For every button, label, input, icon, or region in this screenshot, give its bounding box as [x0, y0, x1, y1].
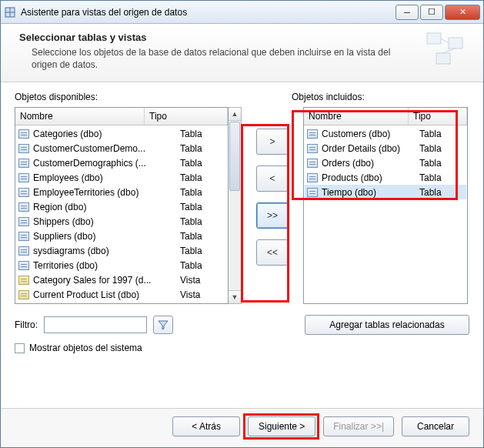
svg-line-7: [443, 48, 455, 53]
list-item[interactable]: CustomerDemographics (...Tabla: [16, 155, 227, 170]
next-button[interactable]: Siguiente >: [248, 416, 315, 436]
wizard-footer: < Atrás Siguiente > Finalizar >>| Cancel…: [1, 408, 483, 447]
transfer-buttons: > < >> <<: [246, 107, 299, 266]
item-type: Tabla: [180, 231, 225, 242]
item-type: Tabla: [180, 143, 225, 154]
available-scrollbar[interactable]: ▲ ▼: [229, 107, 242, 304]
included-header: Nombre Tipo: [304, 108, 467, 125]
list-item[interactable]: Shippers (dbo)Tabla: [16, 214, 227, 229]
item-name: Orders (dbo): [322, 158, 416, 169]
list-item[interactable]: sysdiagrams (dbo)Tabla: [16, 243, 227, 258]
finish-button[interactable]: Finalizar >>|: [323, 416, 394, 436]
table-icon: [18, 159, 29, 168]
list-item[interactable]: Customers (dbo)Tabla: [305, 126, 466, 141]
table-icon: [307, 159, 318, 168]
item-name: Products (dbo): [322, 172, 416, 183]
filter-label: Filtro:: [15, 319, 38, 330]
list-item[interactable]: Suppliers (dbo)Tabla: [16, 229, 227, 243]
window-title: Asistente para vistas del origen de dato…: [21, 7, 394, 18]
available-listbox[interactable]: Nombre Tipo Categories (dbo)TablaCustome…: [15, 107, 229, 304]
item-name: Tiempo (dbo): [322, 187, 416, 198]
list-item[interactable]: Orders (dbo)Tabla: [305, 155, 466, 170]
filter-button[interactable]: [153, 316, 173, 334]
svg-line-6: [441, 38, 449, 43]
list-item[interactable]: CustomerCustomerDemo...Tabla: [16, 141, 227, 155]
list-item[interactable]: Employees (dbo)Tabla: [16, 170, 227, 185]
scroll-up-icon[interactable]: ▲: [229, 108, 241, 121]
maximize-button[interactable]: ☐: [420, 5, 443, 20]
add-button[interactable]: >: [256, 129, 289, 155]
item-type: Tabla: [180, 260, 225, 271]
item-type: Vista: [180, 289, 225, 300]
show-system-label: Mostrar objetos del sistema: [29, 343, 142, 353]
list-item[interactable]: Category Sales for 1997 (d...Vista: [16, 272, 227, 287]
remove-button[interactable]: <: [256, 165, 289, 192]
svg-rect-4: [449, 38, 462, 48]
table-icon: [18, 261, 29, 270]
col-name-header[interactable]: Nombre: [15, 108, 145, 125]
list-item[interactable]: Tiempo (dbo)Tabla: [305, 185, 466, 199]
list-item[interactable]: Region (dbo)Tabla: [16, 199, 227, 214]
item-name: Order Details (dbo): [322, 143, 416, 154]
list-item[interactable]: Current Product List (dbo)Vista: [16, 287, 227, 302]
table-icon: [18, 129, 29, 139]
table-icon: [307, 129, 318, 139]
svg-rect-3: [427, 33, 441, 44]
table-icon: [18, 232, 29, 241]
item-name: Categories (dbo): [33, 129, 158, 139]
item-name: sysdiagrams (dbo): [33, 246, 158, 256]
add-all-button[interactable]: >>: [256, 202, 289, 229]
item-name: Category Sales for 1997 (d...: [33, 275, 158, 286]
page-title: Seleccionar tablas y vistas: [19, 32, 416, 43]
page-description: Seleccione los objetos de la base de dat…: [19, 46, 416, 71]
minimize-button[interactable]: ─: [396, 5, 419, 20]
item-name: CustomerDemographics (...: [33, 158, 158, 169]
item-name: Territories (dbo): [33, 260, 158, 271]
add-related-button[interactable]: Agregar tablas relacionadas: [305, 315, 469, 335]
included-label: Objetos incluidos:: [292, 92, 365, 102]
item-type: Tabla: [180, 246, 225, 256]
list-item[interactable]: EmployeeTerritories (dbo)Tabla: [16, 185, 227, 199]
item-type: Tabla: [180, 158, 225, 169]
table-icon: [18, 217, 29, 226]
item-name: EmployeeTerritories (dbo): [33, 187, 158, 198]
item-name: Employees (dbo): [33, 172, 158, 183]
remove-all-button[interactable]: <<: [256, 239, 289, 266]
view-icon: [18, 276, 29, 285]
item-name: Customers (dbo): [322, 129, 416, 139]
item-type: Tabla: [419, 143, 464, 154]
wizard-header: Seleccionar tablas y vistas Seleccione l…: [1, 24, 483, 82]
titlebar: Asistente para vistas del origen de dato…: [1, 1, 483, 24]
list-item[interactable]: Products (dbo)Tabla: [305, 170, 466, 185]
svg-rect-5: [436, 53, 450, 64]
show-system-checkbox[interactable]: [15, 343, 25, 353]
item-type: Vista: [180, 275, 225, 286]
wizard-content: Objetos disponibles: Objetos incluidos: …: [1, 82, 483, 408]
col-type-header[interactable]: Tipo: [145, 108, 228, 125]
table-icon: [307, 144, 318, 153]
cancel-button[interactable]: Cancelar: [402, 416, 469, 436]
filter-input[interactable]: [44, 316, 147, 333]
view-icon: [18, 290, 29, 299]
back-button[interactable]: < Atrás: [172, 416, 240, 436]
included-listbox[interactable]: Nombre Tipo Customers (dbo)TablaOrder De…: [303, 107, 468, 304]
available-header: Nombre Tipo: [15, 108, 228, 125]
col-name-header[interactable]: Nombre: [304, 108, 409, 125]
list-item[interactable]: Customer and Suppliers b...Vista: [16, 302, 227, 303]
item-name: Suppliers (dbo): [33, 231, 158, 242]
available-label: Objetos disponibles:: [15, 92, 245, 102]
item-name: Current Product List (dbo): [33, 289, 158, 300]
item-name: Shippers (dbo): [33, 216, 158, 227]
list-item[interactable]: Order Details (dbo)Tabla: [305, 141, 466, 155]
list-item[interactable]: Categories (dbo)Tabla: [16, 126, 227, 141]
table-icon: [18, 246, 29, 256]
scroll-down-icon[interactable]: ▼: [229, 290, 241, 303]
close-button[interactable]: ✕: [445, 5, 480, 20]
item-type: Tabla: [419, 172, 464, 183]
item-type: Tabla: [180, 202, 225, 212]
list-item[interactable]: Territories (dbo)Tabla: [16, 258, 227, 272]
funnel-icon: [158, 319, 169, 330]
scroll-thumb[interactable]: [229, 122, 240, 191]
col-type-header[interactable]: Tipo: [409, 108, 467, 125]
table-icon: [18, 188, 29, 197]
